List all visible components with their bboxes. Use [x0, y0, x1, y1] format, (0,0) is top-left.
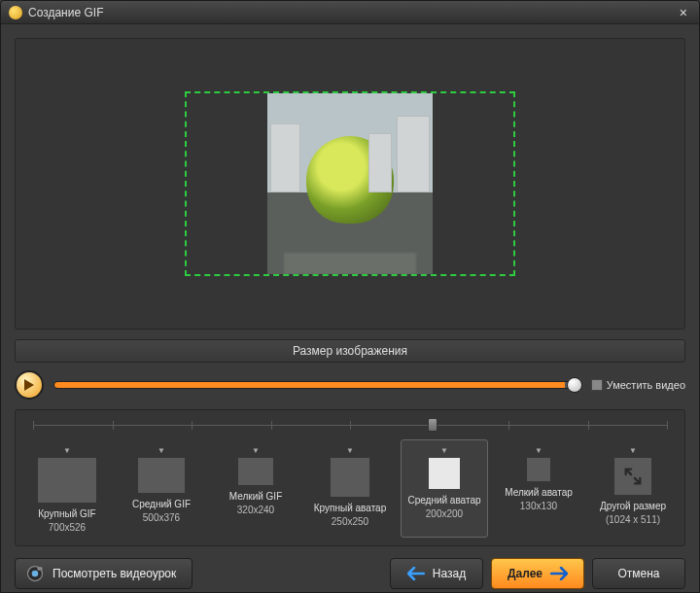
preset-thumb [38, 458, 96, 503]
preset-dims: (1024 x 511) [606, 514, 660, 525]
svg-marker-0 [24, 379, 34, 391]
preview-panel [15, 38, 685, 330]
preset-thumb [138, 458, 185, 493]
expand-icon [622, 466, 644, 487]
preset-0[interactable]: ▼Крупный GIF700x526 [23, 439, 111, 538]
cancel-button[interactable]: Отмена [592, 558, 685, 589]
preset-dims: 500x376 [143, 512, 180, 523]
crop-selection[interactable] [185, 91, 515, 276]
timeline-knob[interactable] [567, 377, 582, 393]
close-icon[interactable]: × [676, 5, 691, 20]
zoom-slider[interactable] [33, 416, 667, 434]
preset-dropdown-icon[interactable]: ▼ [535, 446, 542, 454]
watch-tutorial-button[interactable]: Посмотреть видеоурок [15, 558, 192, 589]
arrow-left-icon [407, 567, 425, 580]
preset-dims: 320x240 [237, 505, 274, 515]
preview-frame [267, 93, 433, 274]
preset-dropdown-icon[interactable]: ▼ [252, 446, 260, 454]
watch-tutorial-label: Посмотреть видеоурок [52, 567, 176, 580]
timeline-slider[interactable] [53, 381, 581, 389]
preset-dims: 700x526 [49, 522, 86, 533]
preset-thumb [429, 458, 460, 489]
presets-panel: ▼Крупный GIF700x526▼Средний GIF500x376▼М… [15, 409, 685, 546]
app-icon [9, 6, 22, 19]
preset-dropdown-icon[interactable]: ▼ [63, 446, 71, 454]
preset-label: Крупный аватар [314, 503, 386, 514]
preset-6[interactable]: ▼Другой размер(1024 x 511) [589, 439, 677, 538]
background-buildings [267, 93, 433, 192]
preset-thumb [331, 458, 369, 497]
play-icon [23, 378, 35, 392]
preset-thumb [527, 458, 550, 481]
preset-label: Средний аватар [407, 495, 480, 506]
preset-3[interactable]: ▼Крупный аватар250x250 [306, 439, 394, 538]
preset-dims: 250x250 [332, 516, 368, 527]
checkbox-box [591, 379, 603, 391]
section-heading-text: Размер изображения [293, 344, 407, 358]
zoom-handle[interactable] [428, 418, 438, 432]
preset-thumb [238, 458, 273, 485]
preset-dropdown-icon[interactable]: ▼ [629, 446, 637, 454]
svg-point-2 [32, 571, 39, 577]
titlebar: Создание GIF × [1, 1, 699, 24]
preset-2[interactable]: ▼Мелкий GIF320x240 [212, 439, 299, 538]
fit-video-label: Уместить видео [607, 379, 685, 391]
preset-label: Мелкий GIF [229, 491, 283, 503]
play-button[interactable] [15, 370, 44, 400]
preset-dropdown-icon[interactable]: ▼ [440, 446, 448, 454]
preset-thumb [614, 458, 651, 495]
preset-dropdown-icon[interactable]: ▼ [158, 446, 165, 454]
preset-label: Средний GIF [132, 499, 191, 510]
preset-label: Крупный GIF [38, 508, 95, 520]
preset-label: Другой размер [600, 501, 666, 512]
preset-1[interactable]: ▼Средний GIF500x376 [118, 439, 205, 538]
section-heading: Размер изображения [15, 339, 685, 363]
fit-video-checkbox[interactable]: Уместить видео [591, 379, 685, 391]
window-title: Создание GIF [28, 6, 103, 19]
next-button[interactable]: Далее [491, 558, 584, 589]
camera-icon [25, 564, 45, 583]
next-label: Далее [508, 567, 542, 580]
svg-rect-3 [38, 567, 43, 570]
preset-dims: 130x130 [520, 501, 557, 511]
preset-dropdown-icon[interactable]: ▼ [346, 446, 354, 454]
cancel-label: Отмена [617, 567, 659, 580]
preset-dims: 200x200 [426, 508, 463, 519]
arrow-right-icon [550, 567, 568, 580]
back-button[interactable]: Назад [390, 558, 483, 589]
preset-label: Мелкий аватар [505, 487, 573, 499]
preset-4[interactable]: ▼Средний аватар200x200 [401, 439, 488, 538]
preset-5[interactable]: ▼Мелкий аватар130x130 [495, 439, 582, 538]
back-label: Назад [433, 567, 466, 580]
